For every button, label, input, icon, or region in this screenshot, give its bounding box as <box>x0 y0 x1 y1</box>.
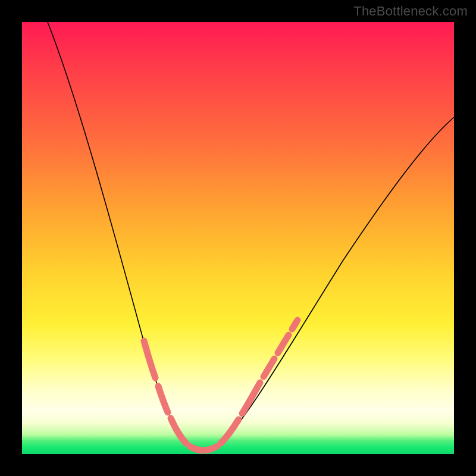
highlight-seg-r5 <box>292 320 298 329</box>
plot-area <box>22 22 454 454</box>
highlight-seg-b1 <box>190 446 217 450</box>
highlight-seg-r2 <box>242 383 260 414</box>
curve-svg <box>22 22 454 454</box>
highlight-seg-l3 <box>171 418 186 443</box>
highlight-seg-r1 <box>221 419 239 443</box>
highlight-seg-l2 <box>158 386 168 412</box>
watermark-text: TheBottleneck.com <box>353 4 468 19</box>
bottleneck-curve <box>48 22 454 451</box>
highlight-seg-l1 <box>144 341 155 378</box>
chart-frame: TheBottleneck.com <box>0 0 476 476</box>
